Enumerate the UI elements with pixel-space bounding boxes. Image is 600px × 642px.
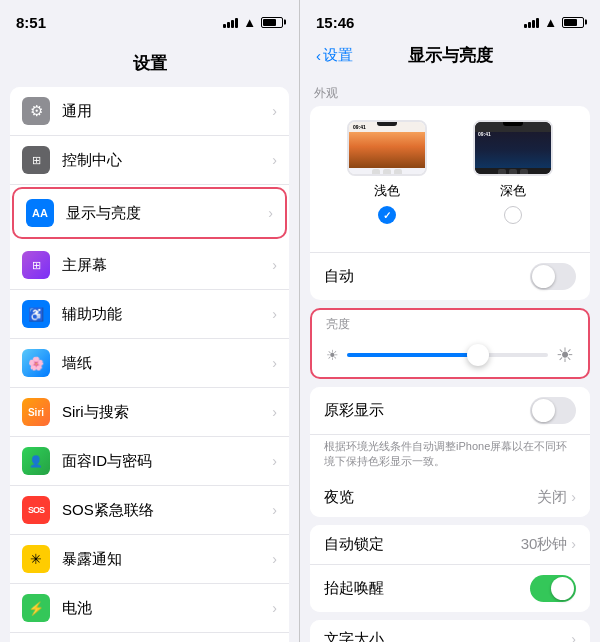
control-center-icon: ⊞ (22, 146, 50, 174)
right-panel: 15:46 ▲ ‹ 设置 显示与亮度 外观 (300, 0, 600, 642)
left-status-time: 8:51 (16, 14, 46, 31)
battery-icon (261, 17, 283, 28)
nav-back-button[interactable]: ‹ 设置 (316, 46, 353, 65)
settings-item-siri[interactable]: Siri Siri与搜索 › (10, 388, 289, 437)
auto-row: 自动 (310, 252, 590, 300)
appearance-options-container: 09:41 浅色 (310, 106, 590, 252)
right-page-title: 显示与亮度 (408, 44, 493, 67)
light-preview: 09:41 (347, 120, 427, 176)
right-status-icons: ▲ (524, 15, 584, 30)
signal-icon (223, 16, 238, 28)
brightness-header: 亮度 (312, 310, 588, 337)
general-icon: ⚙ (22, 97, 50, 125)
dark-dock (475, 168, 551, 176)
text-size-label: 文字大小 (324, 630, 571, 642)
brightness-slider-row: ☀ ☀ (312, 337, 588, 377)
sos-icon: SOS (22, 496, 50, 524)
accessibility-label: 辅助功能 (62, 305, 272, 324)
true-tone-item: 原彩显示 (310, 387, 590, 435)
display-options-section: 原彩显示 根据环境光线条件自动调整iPhone屏幕以在不同环境下保持色彩显示一致… (310, 387, 590, 517)
appearance-options: 09:41 浅色 (324, 120, 576, 224)
dark-radio-unselected[interactable] (504, 206, 522, 224)
auto-toggle-thumb (532, 265, 555, 288)
settings-item-wallpaper[interactable]: 🌸 墙纸 › (10, 339, 289, 388)
battery-chevron: › (272, 600, 277, 616)
settings-item-privacy[interactable]: ✋ 隐私 › (10, 633, 289, 642)
siri-icon: Siri (22, 398, 50, 426)
dark-notch (503, 122, 523, 126)
accessibility-chevron: › (272, 306, 277, 322)
light-dock (349, 168, 425, 176)
exposure-label: 暴露通知 (62, 550, 272, 569)
night-shift-label: 夜览 (324, 488, 537, 507)
raise-label: 抬起唤醒 (324, 579, 530, 598)
settings-list: ⚙ 通用 › ⊞ 控制中心 › AA 显示与亮度 › ⊞ 主屏幕 › ♿ 辅助功 (0, 87, 299, 642)
auto-lock-chevron: › (571, 536, 576, 552)
settings-item-sos[interactable]: SOS SOS紧急联络 › (10, 486, 289, 535)
text-section: 文字大小 › 粗体文本 (310, 620, 590, 642)
brightness-slider[interactable] (347, 353, 548, 357)
exposure-icon: ✳ (22, 545, 50, 573)
dark-mode-label: 深色 (500, 182, 526, 200)
raise-item: 抬起唤醒 (310, 565, 590, 612)
text-size-chevron: › (571, 631, 576, 642)
text-size-item[interactable]: 文字大小 › (310, 620, 590, 642)
dark-mode-option[interactable]: 09:41 深色 (473, 120, 553, 224)
brightness-thumb[interactable] (467, 344, 489, 366)
siri-label: Siri与搜索 (62, 403, 272, 422)
right-battery-icon (562, 17, 584, 28)
true-tone-toggle[interactable] (530, 397, 576, 424)
settings-item-battery[interactable]: ⚡ 电池 › (10, 584, 289, 633)
appearance-section-header: 外观 (310, 77, 590, 106)
settings-item-faceid[interactable]: 👤 面容ID与密码 › (10, 437, 289, 486)
true-tone-desc: 根据环境光线条件自动调整iPhone屏幕以在不同环境下保持色彩显示一致。 (310, 435, 590, 478)
nav-back-label: 设置 (323, 46, 353, 65)
brightness-section: 亮度 ☀ ☀ (310, 308, 590, 379)
left-panel: 8:51 ▲ 设置 ⚙ 通用 › ⊞ 控制中心 › (0, 0, 300, 642)
raise-toggle[interactable] (530, 575, 576, 602)
general-label: 通用 (62, 102, 272, 121)
light-mode-option[interactable]: 09:41 浅色 (347, 120, 427, 224)
lock-section: 自动锁定 30秒钟 › 抬起唤醒 (310, 525, 590, 612)
dark-preview: 09:41 (473, 120, 553, 176)
nav-bar: ‹ 设置 显示与亮度 (300, 44, 600, 77)
faceid-chevron: › (272, 453, 277, 469)
settings-item-exposure[interactable]: ✳ 暴露通知 › (10, 535, 289, 584)
settings-item-homescreen[interactable]: ⊞ 主屏幕 › (10, 241, 289, 290)
homescreen-label: 主屏幕 (62, 256, 272, 275)
sos-chevron: › (272, 502, 277, 518)
auto-toggle[interactable] (530, 263, 576, 290)
settings-item-accessibility[interactable]: ♿ 辅助功能 › (10, 290, 289, 339)
faceid-label: 面容ID与密码 (62, 452, 272, 471)
brightness-fill (347, 353, 478, 357)
control-center-label: 控制中心 (62, 151, 272, 170)
dark-wallpaper (475, 132, 551, 168)
display-label: 显示与亮度 (66, 204, 268, 223)
night-shift-value: 关闭 (537, 488, 567, 507)
settings-item-control-center[interactable]: ⊞ 控制中心 › (10, 136, 289, 185)
wallpaper-icon: 🌸 (22, 349, 50, 377)
auto-lock-label: 自动锁定 (324, 535, 521, 554)
settings-item-display[interactable]: AA 显示与亮度 › (12, 187, 287, 239)
raise-thumb (551, 577, 574, 600)
siri-chevron: › (272, 404, 277, 420)
auto-lock-value: 30秒钟 (521, 535, 568, 554)
wallpaper-label: 墙纸 (62, 354, 272, 373)
settings-item-general[interactable]: ⚙ 通用 › (10, 87, 289, 136)
right-status-bar: 15:46 ▲ (300, 0, 600, 44)
accessibility-icon: ♿ (22, 300, 50, 328)
battery-label: 电池 (62, 599, 272, 618)
true-tone-thumb (532, 399, 555, 422)
back-chevron-icon: ‹ (316, 47, 321, 64)
true-tone-label: 原彩显示 (324, 401, 530, 420)
right-status-time: 15:46 (316, 14, 354, 31)
wifi-icon: ▲ (243, 15, 256, 30)
display-chevron: › (268, 205, 273, 221)
night-shift-item[interactable]: 夜览 关闭 › (310, 478, 590, 517)
auto-lock-item[interactable]: 自动锁定 30秒钟 › (310, 525, 590, 565)
light-mode-label: 浅色 (374, 182, 400, 200)
light-notch (377, 122, 397, 126)
right-content: 外观 09:41 (300, 77, 600, 642)
light-radio-selected[interactable] (378, 206, 396, 224)
control-center-chevron: › (272, 152, 277, 168)
